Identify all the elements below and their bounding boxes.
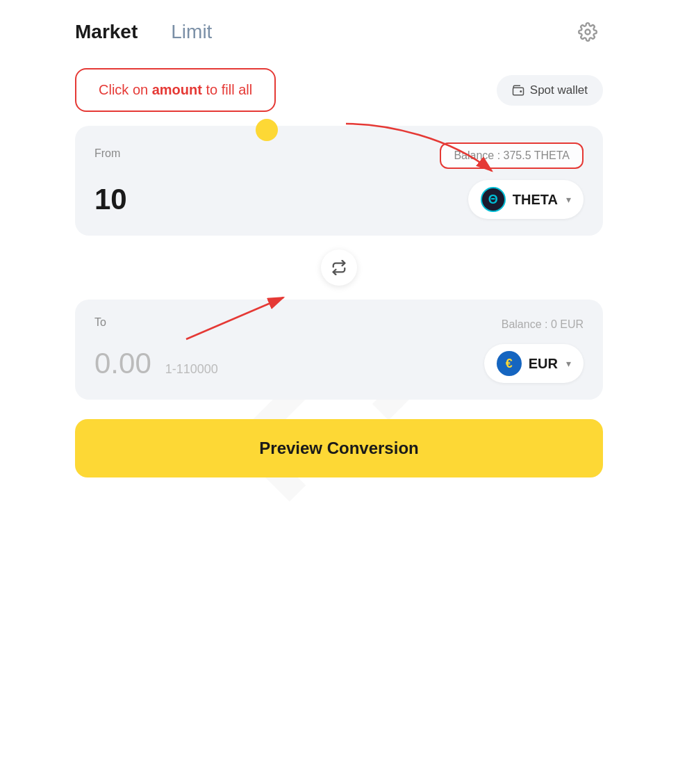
- eur-chevron-icon: ▾: [566, 358, 571, 369]
- spot-wallet-label: Spot wallet: [530, 83, 588, 97]
- to-balance-badge: Balance : 0 EUR: [502, 318, 584, 331]
- click-hint-box[interactable]: Click on amount to fill all: [75, 68, 276, 112]
- svg-point-2: [520, 90, 522, 92]
- main-content: Click on amount to fill all Spot wallet …: [75, 68, 603, 477]
- eur-currency-selector[interactable]: € EUR ▾: [484, 344, 584, 383]
- theta-currency-selector[interactable]: Θ THETA ▾: [468, 180, 584, 219]
- swap-row: [75, 250, 603, 286]
- to-amount-placeholder[interactable]: 0.00: [94, 347, 151, 380]
- from-amount[interactable]: 10: [94, 183, 127, 216]
- to-card: To Balance : 0 EUR 0.00 1-110000 € EUR ▾: [75, 300, 603, 400]
- from-balance-badge[interactable]: Balance : 375.5 THETA: [440, 142, 584, 169]
- theta-currency-name: THETA: [513, 192, 558, 208]
- wallet-icon: [512, 84, 524, 97]
- click-hint-suffix: to fill all: [202, 82, 252, 97]
- swap-button[interactable]: [321, 250, 357, 286]
- spot-wallet-button[interactable]: Spot wallet: [497, 75, 603, 106]
- theta-chevron-icon: ▾: [566, 194, 571, 205]
- from-card: From Balance : 375.5 THETA 10 Θ THETA ▾: [75, 126, 603, 236]
- settings-button[interactable]: [572, 17, 603, 47]
- preview-conversion-button[interactable]: Preview Conversion: [75, 419, 603, 477]
- svg-point-0: [586, 30, 590, 35]
- tab-limit[interactable]: Limit: [171, 21, 212, 43]
- to-amount-range: 1-110000: [165, 362, 218, 377]
- to-label: To: [94, 316, 106, 329]
- click-hint-bold: amount: [152, 82, 202, 97]
- eur-icon: €: [497, 351, 522, 376]
- eur-currency-name: EUR: [529, 356, 558, 372]
- swap-icon: [331, 260, 347, 275]
- tab-market[interactable]: Market: [75, 21, 138, 43]
- instruction-row: Click on amount to fill all Spot wallet: [75, 68, 603, 112]
- click-hint-prefix: Click on: [99, 82, 152, 97]
- from-label: From: [94, 147, 120, 160]
- tabs-row: Market Limit: [75, 21, 603, 43]
- yellow-dot-annotation: [256, 119, 278, 141]
- theta-icon: Θ: [481, 187, 506, 212]
